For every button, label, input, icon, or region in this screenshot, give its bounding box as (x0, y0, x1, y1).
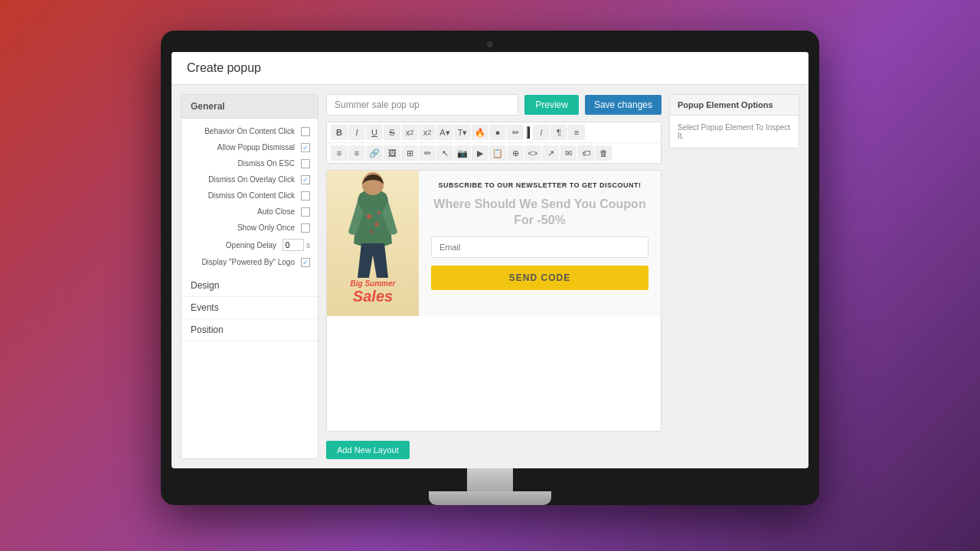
option-esc: Dismiss On ESC (181, 155, 318, 171)
sidebar: General Behavior On Content Click Allow … (181, 94, 318, 459)
popup-sale-text: Big Summer Sales (351, 279, 396, 305)
option-dismissal: Allow Popup Dismissal (181, 139, 318, 155)
checkbox-autoclose[interactable] (301, 207, 310, 217)
svg-point-2 (367, 214, 371, 219)
checkbox-content-click[interactable] (301, 191, 310, 201)
tb-paragraph[interactable]: ¶ (550, 125, 567, 140)
right-panel: Popup Element Options Select Popup Eleme… (669, 94, 799, 459)
sidebar-item-events[interactable]: Events (181, 297, 318, 319)
toolbar-row-1: B I U S x2 x2 A▾ T▾ 🔥 ● ✏ / (327, 122, 661, 143)
option-label-autoclose: Auto Close (189, 207, 295, 217)
tb-underline[interactable]: U (366, 125, 383, 140)
toolbar-row-2: ≡ ≡ 🔗 🖼 ⊞ ✏ ↖ 📷 ▶ 📋 ⊕ <> ↗ (327, 143, 661, 163)
popup-preview: Big Summer Sales SUBSCRIBE TO OUR NEWSLE… (327, 171, 661, 316)
tb-font-color[interactable]: A▾ (436, 125, 453, 140)
svg-point-5 (377, 211, 381, 214)
add-new-layout-button[interactable]: Add New Layout (326, 441, 410, 459)
tb-tag[interactable]: 🏷 (577, 145, 594, 161)
app-container: Create popup General Behavior On Content… (172, 52, 808, 468)
tb-brush[interactable]: ✏ (419, 145, 436, 161)
tb-list-unordered[interactable]: ≡ (348, 145, 365, 161)
tb-slash[interactable]: / (533, 125, 550, 140)
save-changes-button[interactable]: Save changes (585, 95, 662, 115)
tb-clipboard[interactable]: 📋 (489, 145, 506, 161)
tb-align[interactable]: ≡ (568, 125, 585, 140)
monitor-screen: Create popup General Behavior On Content… (172, 52, 808, 468)
option-label-behavior: Behavior On Content Click (189, 126, 295, 136)
right-panel-header: Popup Element Options (670, 95, 799, 116)
sidebar-general-section: General (181, 95, 318, 119)
tb-text-style[interactable]: T▾ (454, 125, 471, 140)
tb-email[interactable]: ✉ (560, 145, 577, 161)
editor-header: Preview Save changes (326, 94, 662, 116)
sidebar-item-design[interactable]: Design (181, 275, 318, 297)
option-label-dismissal: Allow Popup Dismissal (189, 142, 295, 152)
woman-figure-icon (342, 171, 403, 278)
right-panel-body: Select Popup Element To Inspect It. (670, 116, 799, 148)
send-code-button[interactable]: SEND CODE (431, 266, 648, 290)
tb-cursor[interactable]: ↖ (436, 145, 453, 161)
tb-sup[interactable]: x2 (419, 125, 436, 140)
option-label-overlay: Dismiss On Overlay Click (189, 174, 295, 184)
delay-unit: s (306, 241, 310, 249)
tb-divider1 (527, 126, 530, 139)
sidebar-options: Behavior On Content Click Allow Popup Di… (181, 119, 318, 275)
editor-toolbar: B I U S x2 x2 A▾ T▾ 🔥 ● ✏ / (326, 122, 662, 164)
tb-italic[interactable]: I (348, 125, 365, 140)
popup-subtext: Where Should We Send You Coupon For -50% (431, 197, 648, 229)
preview-button[interactable]: Preview (524, 95, 579, 115)
delay-input[interactable] (283, 239, 304, 251)
popup-sale-big: Sales (351, 288, 396, 305)
checkbox-esc[interactable] (301, 159, 310, 168)
option-label-poweredby: Display "Powered By" Logo (189, 257, 295, 267)
checkbox-dismissal[interactable] (301, 143, 310, 152)
tb-share[interactable]: ↗ (542, 145, 559, 161)
popup-sale-small: Big Summer (351, 279, 396, 288)
checkbox-poweredby[interactable] (301, 258, 310, 267)
tb-code[interactable]: <> (524, 145, 541, 161)
tb-highlight[interactable]: 🔥 (472, 125, 488, 140)
sidebar-item-position[interactable]: Position (181, 319, 318, 341)
option-overlay: Dismiss On Overlay Click (181, 171, 318, 187)
checkbox-behavior[interactable] (301, 127, 310, 136)
checkbox-once[interactable] (301, 223, 310, 233)
popup-content-side: SUBSCRIBE TO OUR NEWSLETTER TO GET DISCO… (419, 171, 661, 316)
tb-link[interactable]: 🔗 (366, 145, 383, 161)
checkbox-overlay[interactable] (301, 175, 310, 184)
tb-video[interactable]: ▶ (472, 145, 488, 161)
tb-pencil[interactable]: ✏ (507, 125, 524, 140)
tb-sub[interactable]: x2 (401, 125, 418, 140)
tb-strike[interactable]: S (384, 125, 400, 140)
svg-point-4 (370, 230, 373, 233)
monitor-stand-neck (467, 468, 513, 491)
editor-area: Preview Save changes B I U S x2 x2 A▾ (326, 94, 662, 459)
tb-table[interactable]: ⊞ (401, 145, 418, 161)
page-title: Create popup (187, 61, 261, 74)
option-poweredby: Display "Powered By" Logo (181, 254, 318, 270)
option-label-once: Show Only Once (189, 223, 295, 233)
tb-camera[interactable]: 📷 (454, 145, 471, 161)
main-content: General Behavior On Content Click Allow … (172, 85, 808, 468)
option-autoclose: Auto Close (181, 204, 318, 220)
tb-trash[interactable]: 🗑 (595, 145, 612, 161)
canvas-preview: Big Summer Sales SUBSCRIBE TO OUR NEWSLE… (326, 170, 662, 432)
popup-headline: SUBSCRIBE TO OUR NEWSLETTER TO GET DISCO… (431, 181, 648, 189)
popup-name-input[interactable] (326, 94, 518, 116)
tb-image[interactable]: 🖼 (384, 145, 400, 161)
option-delay: Opening Delay s (181, 236, 318, 254)
tb-add[interactable]: ⊕ (507, 145, 524, 161)
monitor-shell: Create popup General Behavior On Content… (161, 31, 819, 505)
popup-image-bg: Big Summer Sales (327, 171, 419, 316)
monitor-camera (487, 41, 493, 47)
page-header: Create popup (172, 52, 808, 85)
option-content-click: Dismiss On Content Click (181, 187, 318, 204)
option-once: Show Only Once (181, 220, 318, 236)
option-behavior: Behavior On Content Click (181, 123, 318, 139)
popup-email-field[interactable] (431, 236, 648, 258)
tb-list-ordered[interactable]: ≡ (331, 145, 348, 161)
right-panel-box: Popup Element Options Select Popup Eleme… (669, 94, 799, 148)
option-label-esc: Dismiss On ESC (189, 158, 295, 168)
option-label-delay: Opening Delay (189, 240, 276, 250)
tb-bold[interactable]: B (331, 125, 348, 140)
tb-palette[interactable]: ● (489, 125, 506, 140)
